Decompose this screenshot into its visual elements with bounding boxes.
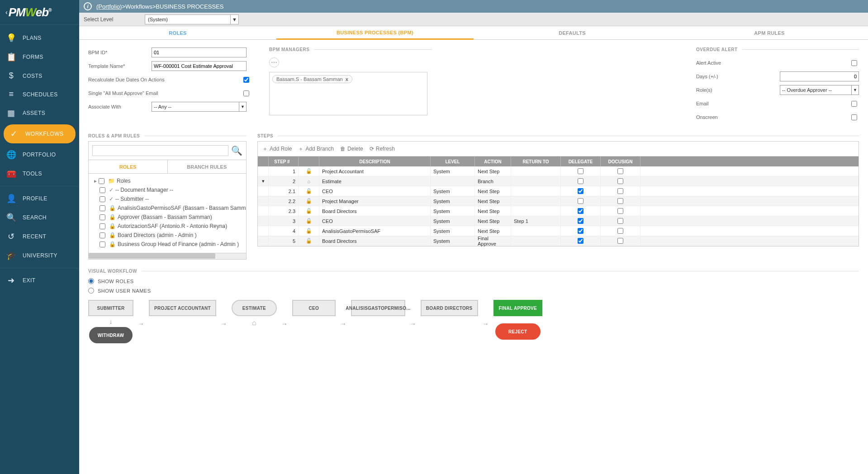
template-name-input[interactable] xyxy=(152,61,247,71)
nav-schedules[interactable]: ≡SCHEDULES xyxy=(0,85,79,104)
tree-checkbox[interactable] xyxy=(99,178,104,184)
grid-row[interactable]: 2.3 🔓 Board Directors System Next Step xyxy=(258,206,859,216)
breadcrumb-portfolio[interactable]: (Portfolio) xyxy=(96,3,122,10)
node-final-approve[interactable]: FINAL APPROVE xyxy=(493,300,542,316)
docusign-checkbox[interactable] xyxy=(617,208,623,214)
nav-university[interactable]: 🎓UNIVERSITY xyxy=(0,246,79,265)
nav-recent[interactable]: ↺RECENT xyxy=(0,227,79,246)
nav-workflows[interactable]: ✓WORKFLOWS xyxy=(4,124,76,143)
tree-item[interactable]: ✓ -- Document Manager -- xyxy=(91,185,243,194)
days-input[interactable] xyxy=(780,71,859,81)
grid-row[interactable]: 2.1 🔓 CEO System Next Step xyxy=(258,186,859,196)
subtab-branch-rules[interactable]: BRANCH RULES xyxy=(168,160,247,173)
expand-icon[interactable] xyxy=(258,186,269,196)
docusign-checkbox[interactable] xyxy=(617,168,623,174)
expand-icon[interactable] xyxy=(258,236,269,246)
node-reject[interactable]: REJECT xyxy=(495,323,541,340)
remove-tag-icon[interactable]: x xyxy=(346,76,348,82)
tree-checkbox[interactable] xyxy=(100,242,105,247)
delete-button[interactable]: 🗑Delete xyxy=(340,146,363,152)
grid-row[interactable]: 3 🔓 CEO System Next Step Step 1 xyxy=(258,216,859,226)
nav-plans[interactable]: 💡PLANS xyxy=(0,28,79,47)
collapse-chevron-icon[interactable]: ‹ xyxy=(5,9,8,16)
nav-search[interactable]: 🔍SEARCH xyxy=(0,208,79,227)
node-analisis[interactable]: ANALISISGASTOPERMISO... xyxy=(351,300,405,316)
delegate-checkbox[interactable] xyxy=(578,218,583,224)
tree-item[interactable]: ✓ -- Submitter -- xyxy=(91,194,243,204)
delegate-checkbox[interactable] xyxy=(578,238,583,244)
expand-icon[interactable]: ▾ xyxy=(258,176,269,186)
add-manager-button[interactable]: ⋯ xyxy=(269,57,279,67)
delegate-checkbox[interactable] xyxy=(578,208,583,214)
tree-checkbox[interactable] xyxy=(100,223,105,229)
recalc-checkbox[interactable] xyxy=(243,77,249,83)
tree-scrollbar[interactable] xyxy=(89,253,246,259)
node-project-accountant[interactable]: PROJECT ACCOUNTANT xyxy=(149,300,216,316)
alert-active-checkbox[interactable] xyxy=(851,60,857,66)
tab-roles[interactable]: ROLES xyxy=(79,26,276,39)
tree-item[interactable]: 🔒 AnalisisGastoPermisoSAF (Bassam - Bass… xyxy=(91,204,243,213)
delegate-checkbox[interactable] xyxy=(578,198,583,204)
delegate-checkbox[interactable] xyxy=(578,168,583,174)
bpm-id-input[interactable] xyxy=(152,47,247,57)
node-estimate[interactable]: ESTIMATE xyxy=(232,300,277,316)
add-branch-button[interactable]: ＋Add Branch xyxy=(298,145,334,153)
tab-apm-rules[interactable]: APM RULES xyxy=(671,26,868,39)
tree-checkbox[interactable] xyxy=(100,196,105,202)
delegate-checkbox[interactable] xyxy=(578,228,583,234)
grid-row[interactable]: 4 🔓 AnalisisGastoPermisoSAF System Next … xyxy=(258,226,859,236)
docusign-checkbox[interactable] xyxy=(617,178,623,184)
docusign-checkbox[interactable] xyxy=(617,198,623,204)
grid-row[interactable]: 5 🔓 Board Directors System Final Approve xyxy=(258,236,859,246)
nav-portfolio[interactable]: 🌐PORTFOLIO xyxy=(0,145,79,164)
docusign-checkbox[interactable] xyxy=(617,238,623,244)
email-checkbox[interactable] xyxy=(851,101,857,107)
expand-icon[interactable] xyxy=(258,226,269,236)
docusign-checkbox[interactable] xyxy=(617,228,623,234)
grid-row[interactable]: 1 🔓 Project Accountant System Next Step xyxy=(258,166,859,176)
grid-row[interactable]: ▾ 2 ⌂ Estimate Branch xyxy=(258,176,859,186)
add-role-button[interactable]: ＋Add Role xyxy=(262,145,292,153)
nav-profile[interactable]: 👤PROFILE xyxy=(0,189,79,208)
nav-costs[interactable]: $COSTS xyxy=(0,66,79,85)
tree-item[interactable]: 🔒 Board Directors (admin - Admin ) xyxy=(91,231,243,240)
single-email-checkbox[interactable] xyxy=(243,90,249,96)
expand-icon[interactable] xyxy=(258,206,269,216)
expand-icon[interactable] xyxy=(258,166,269,176)
nav-assets[interactable]: ▦ASSETS xyxy=(0,104,79,123)
node-board[interactable]: BOARD DIRECTORS xyxy=(421,300,478,316)
search-icon[interactable]: 🔍 xyxy=(231,145,242,156)
roles-select[interactable]: -- Overdue Approver -- ▼ xyxy=(780,85,859,95)
associate-with-select[interactable]: -- Any -- ▼ xyxy=(152,102,247,112)
delegate-checkbox[interactable] xyxy=(578,178,583,184)
roles-tree[interactable]: ▸ 📁 Roles ✓ -- Document Manager -- ✓ -- … xyxy=(88,174,247,260)
info-icon[interactable]: i xyxy=(84,2,92,10)
select-level-dropdown[interactable]: (System) ▼ xyxy=(145,14,239,24)
tree-item[interactable]: 🔒 Approver (Bassam - Bassam Samman) xyxy=(91,213,243,222)
show-user-names-radio[interactable] xyxy=(88,288,94,294)
expand-icon[interactable] xyxy=(258,216,269,226)
tree-checkbox[interactable] xyxy=(100,187,105,193)
subtab-roles[interactable]: ROLES xyxy=(89,160,168,173)
onscreen-checkbox[interactable] xyxy=(851,114,857,120)
tab-defaults[interactable]: DEFAULTS xyxy=(474,26,671,39)
refresh-button[interactable]: ⟳Refresh xyxy=(370,146,395,152)
nav-forms[interactable]: 📋FORMS xyxy=(0,47,79,66)
tree-root[interactable]: ▸ 📁 Roles xyxy=(91,176,243,185)
delegate-checkbox[interactable] xyxy=(578,188,583,194)
tree-checkbox[interactable] xyxy=(100,205,105,211)
tree-checkbox[interactable] xyxy=(100,214,105,220)
docusign-checkbox[interactable] xyxy=(617,218,623,224)
show-roles-radio[interactable] xyxy=(88,278,94,284)
tree-item[interactable]: 🔒 Business Group Head of Finance (admin … xyxy=(91,240,243,249)
nav-tools[interactable]: 🧰TOOLS xyxy=(0,164,79,183)
roles-search-input[interactable] xyxy=(92,145,228,156)
tab-bpm[interactable]: BUSINESS PROCESSES (BPM) xyxy=(276,26,474,40)
nav-exit[interactable]: ➜EXIT xyxy=(0,271,79,290)
tree-item[interactable]: 🔒 AutorizacionSAF (Antonio.R - Antonio R… xyxy=(91,222,243,231)
node-ceo[interactable]: CEO xyxy=(292,300,336,316)
node-withdraw[interactable]: WITHDRAW xyxy=(89,327,133,343)
expand-icon[interactable] xyxy=(258,196,269,206)
node-submitter[interactable]: SUBMITTER xyxy=(88,300,133,316)
grid-row[interactable]: 2.2 🔓 Project Manager System Next Step xyxy=(258,196,859,206)
